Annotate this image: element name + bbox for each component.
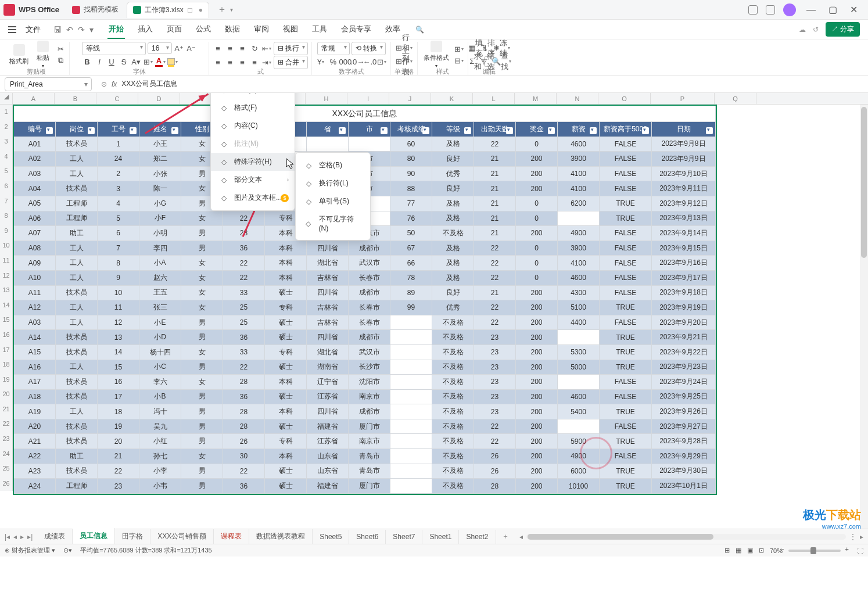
- filter-icon[interactable]: [130, 127, 137, 134]
- table-cell[interactable]: FALSE: [600, 137, 652, 152]
- table-cell[interactable]: 23: [474, 390, 516, 404]
- fx-icon[interactable]: fx: [112, 80, 117, 88]
- row-header[interactable]: 8: [0, 209, 13, 224]
- table-cell[interactable]: 助工: [56, 226, 98, 241]
- table-cell[interactable]: 男: [181, 464, 223, 479]
- name-box[interactable]: Print_Area: [5, 77, 92, 91]
- menu-item-content[interactable]: ◇内容(C): [211, 117, 295, 135]
- font-color-button[interactable]: A: [155, 56, 166, 67]
- row-header[interactable]: 26: [0, 476, 13, 491]
- sheet-nav-prev-icon[interactable]: ◂: [13, 533, 17, 541]
- table-cell[interactable]: 工人: [56, 271, 98, 285]
- table-cell[interactable]: 技术员: [56, 286, 98, 300]
- filter-icon[interactable]: [381, 127, 388, 134]
- table-cell[interactable]: 长沙市: [349, 360, 390, 375]
- table-header-cell[interactable]: 日期: [652, 122, 716, 137]
- row-header[interactable]: 3: [0, 134, 13, 149]
- table-cell[interactable]: A11: [14, 286, 56, 300]
- row-header[interactable]: 17: [0, 343, 13, 358]
- table-cell[interactable]: 工人: [56, 241, 98, 256]
- table-cell[interactable]: [390, 345, 432, 360]
- table-cell[interactable]: 23: [474, 330, 516, 344]
- table-cell[interactable]: 女: [181, 300, 223, 315]
- table-cell[interactable]: A09: [14, 256, 56, 270]
- table-cell[interactable]: 10: [98, 286, 139, 300]
- table-cell[interactable]: 200: [516, 449, 558, 464]
- table-cell[interactable]: 长春市: [349, 271, 390, 285]
- table-cell[interactable]: [390, 315, 432, 330]
- table-cell[interactable]: 男: [181, 479, 223, 493]
- wrap-text-button[interactable]: ⊟ 换行: [274, 42, 308, 55]
- table-header-cell[interactable]: 等级: [432, 122, 474, 137]
- table-cell[interactable]: 22: [474, 256, 516, 270]
- table-cell[interactable]: 200: [516, 152, 558, 166]
- row-header[interactable]: 23: [0, 432, 13, 447]
- sheet-tab[interactable]: XXX公司销售额: [150, 529, 214, 544]
- table-cell[interactable]: 24: [98, 152, 139, 166]
- table-cell[interactable]: [390, 449, 432, 464]
- font-family-select[interactable]: 等线: [82, 42, 146, 55]
- table-cell[interactable]: 2023年9月25日: [652, 390, 716, 404]
- table-cell[interactable]: 湖北省: [307, 345, 349, 360]
- hamburger-icon[interactable]: [8, 26, 16, 33]
- table-cell[interactable]: 郑二: [139, 152, 181, 166]
- table-cell[interactable]: 男: [181, 434, 223, 448]
- table-cell[interactable]: [390, 330, 432, 344]
- conditional-format-button[interactable]: 条件格式▾: [421, 40, 451, 70]
- fill-color-button[interactable]: [167, 56, 178, 67]
- table-cell[interactable]: 4100: [558, 181, 600, 196]
- table-cell[interactable]: 小张: [139, 167, 181, 181]
- table-cell[interactable]: 张三: [139, 300, 181, 315]
- table-cell[interactable]: 技术员: [56, 390, 98, 404]
- table-cell[interactable]: FALSE: [600, 375, 652, 389]
- fullscreen-icon[interactable]: ⛶: [857, 547, 863, 554]
- menu-tab-4[interactable]: 数据: [224, 20, 241, 39]
- col-header-P[interactable]: P: [651, 93, 715, 104]
- table-cell[interactable]: 冯十: [139, 404, 181, 419]
- table-cell[interactable]: 19: [98, 419, 139, 434]
- convert-button[interactable]: ⟲ 转换: [351, 42, 386, 55]
- row-header[interactable]: 6: [0, 179, 13, 194]
- table-cell[interactable]: A04: [14, 181, 56, 196]
- table-cell[interactable]: [390, 479, 432, 493]
- table-cell[interactable]: A12: [14, 300, 56, 315]
- table-cell[interactable]: 99: [390, 300, 432, 315]
- table-cell[interactable]: 4600: [558, 271, 600, 285]
- tab-workbook[interactable]: 工作簿3.xlsx ◻ ●: [127, 2, 209, 18]
- table-cell[interactable]: 小G: [139, 196, 181, 211]
- table-cell[interactable]: 28: [223, 404, 265, 419]
- table-header-cell[interactable]: 薪资高于5000: [600, 122, 652, 137]
- table-cell[interactable]: 14: [98, 345, 139, 360]
- window-maximize-button[interactable]: ▢: [826, 4, 840, 15]
- table-cell[interactable]: 23: [474, 345, 516, 360]
- table-cell[interactable]: 及格: [432, 196, 474, 211]
- table-cell[interactable]: [307, 137, 349, 152]
- table-cell[interactable]: 成都市: [349, 404, 390, 419]
- table-cell[interactable]: 0: [516, 256, 558, 270]
- strikethrough-button[interactable]: S: [119, 56, 129, 67]
- row-header[interactable]: 7: [0, 194, 13, 209]
- menu-item-partial[interactable]: ◇部分文本›: [211, 171, 295, 189]
- hscroll-left-icon[interactable]: ◂: [519, 533, 523, 541]
- table-cell[interactable]: 沈阳市: [349, 375, 390, 389]
- table-header-cell[interactable]: 奖金: [516, 122, 558, 137]
- cell-style-icon[interactable]: ⊞: [454, 44, 464, 54]
- new-tab-button[interactable]: ＋: [217, 3, 227, 16]
- row-header[interactable]: 24: [0, 447, 13, 462]
- table-cell[interactable]: FALSE: [600, 390, 652, 404]
- row-header[interactable]: 10: [0, 238, 13, 253]
- justify-icon[interactable]: ≡: [249, 57, 260, 67]
- row-header[interactable]: 18: [0, 357, 13, 372]
- menu-tab-6[interactable]: 视图: [282, 20, 299, 39]
- align-center-icon[interactable]: ≡: [225, 57, 235, 67]
- row-header[interactable]: 4: [0, 149, 13, 164]
- table-cell[interactable]: 21: [98, 449, 139, 464]
- menu-item-linebreak[interactable]: ◇换行符(L): [296, 174, 370, 192]
- filter-icon[interactable]: [339, 127, 346, 134]
- table-cell[interactable]: 吉林省: [307, 315, 349, 330]
- table-cell[interactable]: 吉林省: [307, 271, 349, 285]
- table-cell[interactable]: 不及格: [432, 375, 474, 389]
- cut-icon[interactable]: ✂: [55, 44, 66, 54]
- table-cell[interactable]: 50: [390, 226, 432, 241]
- table-cell[interactable]: 男: [181, 360, 223, 375]
